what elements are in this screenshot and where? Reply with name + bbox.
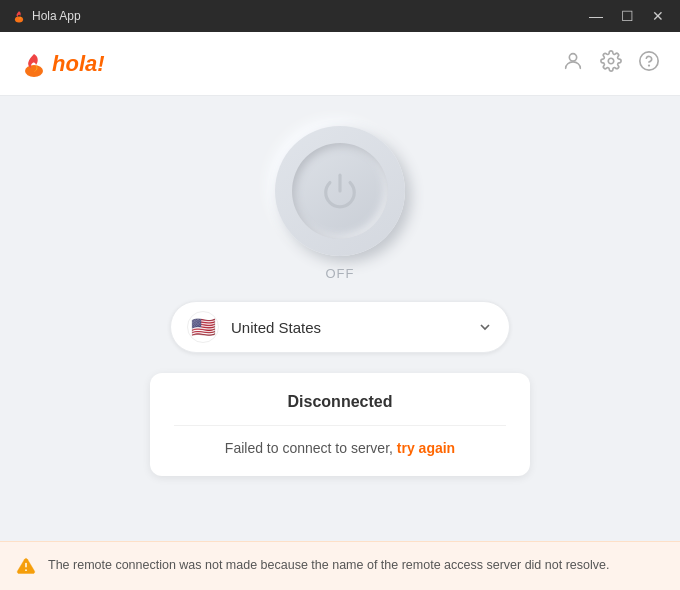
power-label: OFF — [326, 266, 355, 281]
header-icons — [562, 50, 660, 77]
warning-banner: The remote connection was not made becau… — [0, 541, 680, 590]
status-divider — [174, 425, 506, 426]
help-icon[interactable] — [638, 50, 660, 77]
close-button[interactable]: ✕ — [648, 7, 668, 25]
power-icon — [321, 172, 359, 210]
status-message: Failed to connect to server, try again — [225, 440, 455, 456]
status-title: Disconnected — [288, 393, 393, 411]
maximize-button[interactable]: ☐ — [617, 7, 638, 25]
window-controls: — ☐ ✕ — [585, 7, 668, 25]
status-card: Disconnected Failed to connect to server… — [150, 373, 530, 476]
power-section: OFF — [275, 126, 405, 281]
logo: hola! — [20, 50, 105, 78]
try-again-link[interactable]: try again — [397, 440, 455, 456]
minimize-button[interactable]: — — [585, 7, 607, 25]
country-selector[interactable]: 🇺🇸 United States — [170, 301, 510, 353]
user-icon[interactable] — [562, 50, 584, 77]
power-button-inner — [292, 143, 388, 239]
svg-point-1 — [25, 65, 43, 77]
settings-icon[interactable] — [600, 50, 622, 77]
app-icon — [12, 9, 26, 23]
power-button[interactable] — [275, 126, 405, 256]
flag-icon: 🇺🇸 — [187, 311, 219, 343]
app-header: hola! — [0, 32, 680, 96]
warning-icon — [16, 556, 36, 576]
logo-text: hola! — [52, 51, 105, 77]
title-bar: Hola App — ☐ ✕ — [0, 0, 680, 32]
main-content: OFF 🇺🇸 United States Disconnected Failed… — [0, 96, 680, 541]
warning-text: The remote connection was not made becau… — [48, 556, 609, 575]
svg-point-2 — [569, 54, 576, 61]
svg-point-3 — [608, 58, 614, 64]
country-name: United States — [231, 319, 477, 336]
chevron-down-icon — [477, 319, 493, 335]
title-bar-title: Hola App — [12, 9, 81, 23]
flame-icon — [20, 50, 48, 78]
svg-point-4 — [640, 52, 658, 70]
